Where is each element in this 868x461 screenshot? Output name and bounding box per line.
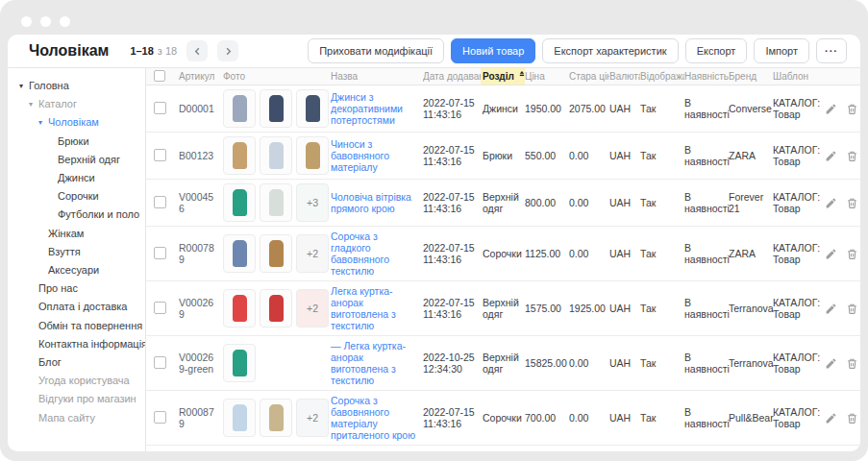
row-actions	[823, 353, 860, 374]
old-price-cell: 1925.00	[569, 299, 609, 318]
product-photo[interactable]	[260, 289, 292, 328]
column-header-brand[interactable]: Бренд	[729, 71, 773, 82]
product-photo[interactable]	[223, 136, 256, 175]
column-header-sku[interactable]: Артикул	[179, 71, 223, 82]
sidebar-item[interactable]: ▾ Головна	[8, 77, 145, 95]
delete-button[interactable]	[846, 197, 858, 209]
sidebar-item[interactable]: Взуття	[8, 243, 145, 261]
product-photo[interactable]	[296, 136, 329, 175]
sidebar-item[interactable]: Футболки и поло	[8, 206, 145, 224]
more-photos-badge[interactable]: +3	[296, 183, 329, 222]
edit-button[interactable]	[825, 412, 837, 425]
column-header-display[interactable]: Відображати	[640, 71, 684, 82]
row-checkbox[interactable]	[154, 196, 166, 208]
window-control-dot[interactable]	[40, 16, 51, 27]
more-actions-button[interactable]: ···	[816, 38, 847, 63]
product-name-link[interactable]: Чоловіча вітрівка прямого крою	[331, 187, 423, 218]
product-photo[interactable]	[223, 183, 256, 222]
sidebar-item[interactable]: Обмін та повернення	[8, 317, 145, 335]
more-photos-badge[interactable]: +2	[296, 399, 329, 437]
row-checkbox[interactable]	[154, 247, 166, 259]
row-checkbox[interactable]	[154, 302, 166, 314]
product-photo[interactable]	[260, 136, 292, 175]
sidebar-item-label: Сорочки	[58, 187, 99, 206]
product-photo[interactable]	[223, 289, 256, 328]
product-photo[interactable]	[260, 183, 292, 222]
product-photo[interactable]	[260, 399, 292, 437]
sidebar-item[interactable]: Блог	[8, 353, 145, 372]
sidebar-item[interactable]: Мапа сайту	[8, 409, 145, 427]
edit-button[interactable]	[825, 103, 837, 115]
product-photo[interactable]	[260, 234, 292, 273]
column-header-date[interactable]: Дата додавання	[423, 71, 483, 82]
window-controls	[21, 16, 70, 27]
product-name-link[interactable]: Сорочка з гладкого бавовняного текстилю	[331, 227, 423, 280]
row-checkbox[interactable]	[154, 356, 166, 369]
column-header-price[interactable]: Ціна	[525, 71, 569, 82]
product-name-link[interactable]: Чиноси з бавовняного матеріалу	[331, 134, 423, 177]
product-photo[interactable]	[223, 89, 256, 128]
window-control-dot[interactable]	[21, 16, 32, 27]
product-photo[interactable]	[223, 399, 256, 437]
column-header-old-price[interactable]: Стара ціна	[569, 71, 609, 82]
product-photo[interactable]	[223, 234, 256, 273]
sidebar-item[interactable]: Брюки	[8, 133, 145, 151]
sidebar-item-label: Брюки	[58, 133, 89, 151]
delete-button[interactable]	[846, 150, 858, 162]
trash-icon	[846, 413, 858, 427]
delete-button[interactable]	[846, 412, 858, 425]
more-photos-badge[interactable]: +2	[296, 234, 329, 273]
sidebar-item[interactable]: Жінкам	[8, 225, 145, 243]
sidebar-item[interactable]: Джинси	[8, 169, 145, 187]
edit-button[interactable]	[825, 357, 837, 370]
column-header-template[interactable]: Шаблон	[773, 71, 823, 82]
sidebar-item[interactable]: Верхній одяг	[8, 151, 145, 169]
export-button[interactable]: Експорт	[685, 38, 748, 63]
window-control-dot[interactable]	[60, 16, 70, 27]
delete-button[interactable]	[846, 303, 858, 315]
column-header-photo[interactable]: Фото	[223, 71, 331, 82]
import-button[interactable]: Імпорт	[754, 38, 809, 63]
edit-button[interactable]	[825, 303, 837, 315]
row-checkbox[interactable]	[154, 411, 166, 424]
sidebar-item[interactable]: Оплата і доставка	[8, 298, 145, 316]
export-characteristics-button[interactable]: Експорт характеристик	[542, 38, 678, 63]
sidebar-item[interactable]: Відгуки про магазин	[8, 390, 145, 408]
product-name-link[interactable]: Джинси з декоративними потертостями	[331, 87, 423, 130]
column-header-section[interactable]: Розділ	[481, 68, 525, 85]
row-checkbox[interactable]	[154, 149, 166, 161]
row-checkbox[interactable]	[154, 102, 166, 114]
delete-button[interactable]	[846, 103, 858, 115]
prev-page-button[interactable]	[186, 40, 208, 61]
product-photo[interactable]	[260, 89, 292, 128]
sidebar-item[interactable]: Про нас	[8, 279, 145, 298]
sidebar-item[interactable]: Аксесуари	[8, 261, 145, 279]
sidebar-item[interactable]: ▾ Каталог	[8, 95, 145, 113]
sku-cell: R000789	[179, 238, 223, 269]
price-cell: 1950.00	[525, 99, 569, 118]
row-select-cell	[154, 352, 179, 375]
edit-button[interactable]	[825, 197, 837, 209]
product-name-link[interactable]: Штани з бавовняного матеріалу прямого кр…	[331, 446, 423, 451]
product-photo[interactable]	[223, 344, 256, 382]
edit-button[interactable]	[825, 150, 837, 162]
column-header-name[interactable]: Назва	[331, 71, 423, 82]
more-photos-badge[interactable]: +2	[296, 289, 329, 328]
column-header-currency[interactable]: Валюта	[609, 71, 640, 82]
sidebar-item[interactable]: Контактна інформація	[8, 335, 145, 353]
delete-button[interactable]	[846, 357, 858, 370]
product-name-link[interactable]: Легка куртка-анорак виготовлена з тексти…	[331, 281, 423, 335]
delete-button[interactable]	[846, 248, 858, 260]
column-header-stock[interactable]: Наявність	[684, 71, 729, 82]
sidebar-item[interactable]: Угода користувача	[8, 372, 145, 390]
product-photo[interactable]	[296, 89, 329, 128]
product-name-link[interactable]: Сорочка з бавовняного матеріалу притален…	[331, 391, 423, 445]
new-product-button[interactable]: Новий товар	[451, 38, 535, 63]
next-page-button[interactable]	[217, 40, 238, 61]
sidebar-item[interactable]: Сорочки	[8, 187, 145, 206]
edit-button[interactable]	[825, 248, 837, 260]
product-name-link[interactable]: — Легка куртка-анорак виготовлена з текс…	[331, 336, 423, 390]
sidebar-item[interactable]: ▾ Чоловікам	[8, 113, 145, 132]
hide-modifications-button[interactable]: Приховати модифікації	[308, 38, 444, 63]
select-all-checkbox[interactable]	[154, 70, 165, 82]
